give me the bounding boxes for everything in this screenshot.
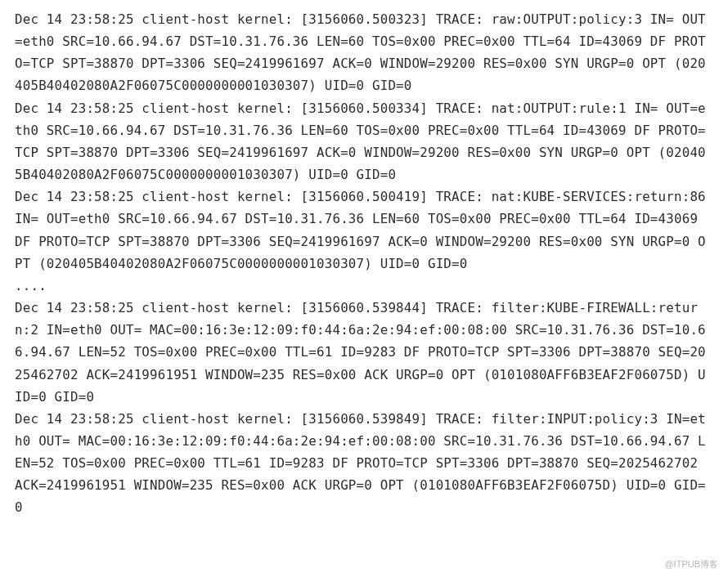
log-line: Dec 14 23:58:25 client-host kernel: [315… [15, 189, 714, 271]
log-line: Dec 14 23:58:25 client-host kernel: [315… [15, 411, 706, 516]
log-line: Dec 14 23:58:25 client-host kernel: [315… [15, 300, 706, 405]
log-line: Dec 14 23:58:25 client-host kernel: [315… [15, 101, 706, 182]
watermark-label: @ITPUB博客 [664, 557, 718, 572]
log-line: Dec 14 23:58:25 client-host kernel: [315… [15, 11, 706, 93]
terminal-log-output: Dec 14 23:58:25 client-host kernel: [315… [15, 8, 713, 519]
log-ellipsis: .... [15, 278, 47, 293]
